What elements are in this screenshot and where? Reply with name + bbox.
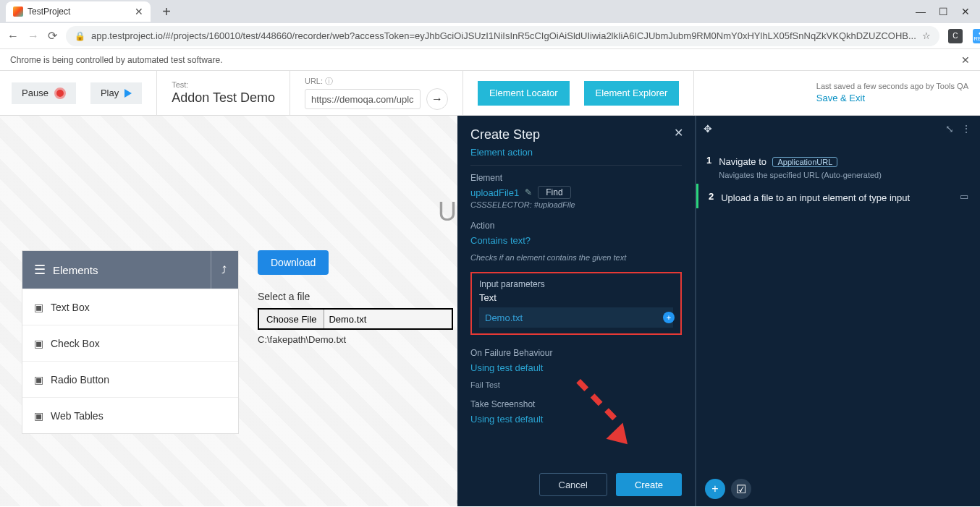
pause-button[interactable]: Pause — [12, 82, 76, 104]
download-button[interactable]: Download — [258, 250, 329, 275]
panel-title: Create Step — [470, 127, 682, 142]
favicon-icon — [13, 7, 23, 17]
text-param-input[interactable]: Demo.txt + — [479, 307, 673, 328]
checklist-button[interactable]: ☑ — [731, 479, 751, 499]
play-icon — [124, 89, 132, 98]
menu-label: Check Box — [51, 338, 100, 349]
menu-item-radio[interactable]: ▣Radio Button — [22, 361, 238, 397]
upload-icon[interactable]: ⤴ — [211, 251, 227, 289]
nav-reload-icon[interactable]: ⟳ — [48, 29, 57, 43]
selector-text: CSSSELECTOR: #uploadFile — [470, 200, 682, 209]
menu-item-webtables[interactable]: ▣Web Tables — [22, 397, 238, 433]
choose-file-button[interactable]: Choose File — [259, 310, 324, 328]
screenshot-link[interactable]: Using test default — [470, 414, 682, 425]
item-icon: ▣ — [34, 410, 43, 422]
nav-forward-icon: → — [28, 30, 39, 43]
file-input[interactable]: Choose File Demo.txt — [258, 308, 453, 330]
extension-c-icon[interactable]: C — [948, 29, 963, 43]
find-button[interactable]: Find — [538, 186, 570, 199]
info-bar-close-icon[interactable]: ✕ — [961, 54, 970, 66]
cancel-button[interactable]: Cancel — [539, 473, 607, 496]
step-subtitle: Navigates the specified URL (Auto-genera… — [719, 171, 882, 179]
edit-icon[interactable]: ✎ — [525, 187, 532, 197]
step-1[interactable]: 1 Navigate to ApplicationURL Navigates t… — [696, 148, 980, 184]
calendar-icon[interactable]: ▭ — [960, 191, 968, 202]
test-name-field: Test: Addon Test Demo — [172, 80, 275, 106]
url-field[interactable]: 🔒 app.testproject.io/#/projects/160010/t… — [66, 26, 939, 46]
menu-label: Text Box — [51, 302, 90, 313]
steps-panel: ✥ ⤡ ⋮ 1 Navigate to ApplicationURL Navig… — [695, 116, 980, 506]
tab-title: TestProject — [28, 7, 70, 17]
pause-label: Pause — [22, 88, 48, 98]
move-icon[interactable]: ✥ — [704, 123, 712, 135]
browser-tab-strip: TestProject ✕ + — ☐ ✕ — [0, 0, 980, 23]
input-params-label: Input parameters — [479, 279, 673, 289]
element-explorer-button[interactable]: Element Explorer — [584, 81, 680, 106]
element-name-link[interactable]: uploadFile1 — [470, 187, 519, 198]
close-tab-icon[interactable]: ✕ — [135, 6, 143, 17]
automation-info-bar: Chrome is being controlled by automated … — [0, 49, 980, 71]
window-maximize-icon[interactable]: ☐ — [939, 6, 948, 17]
menu-item-textbox[interactable]: ▣Text Box — [22, 289, 238, 325]
failure-label: On Failure Behaviour — [470, 348, 682, 358]
panel-close-icon[interactable]: ✕ — [674, 126, 683, 140]
save-exit-link[interactable]: Save & Exit — [816, 92, 968, 105]
create-step-panel: ✕ Create Step Element action Element upl… — [457, 116, 695, 506]
url-text: app.testproject.io/#/projects/160010/tes… — [91, 30, 916, 41]
extension-rec-icon[interactable]: ●REC — [973, 29, 980, 43]
add-param-icon[interactable]: + — [663, 312, 675, 323]
menu-label: Web Tables — [51, 410, 104, 422]
nav-back-icon[interactable]: ← — [7, 30, 19, 43]
info-bar-text: Chrome is being controlled by automated … — [10, 55, 222, 65]
step-badge: ApplicationURL — [772, 157, 837, 167]
save-status: Last saved a few seconds ago by Tools QA… — [816, 81, 968, 106]
file-path-text: C:\fakepath\Demo.txt — [258, 334, 460, 345]
chosen-file-name: Demo.txt — [324, 314, 366, 325]
create-button[interactable]: Create — [616, 473, 682, 496]
window-minimize-icon[interactable]: — — [916, 6, 926, 17]
step-title: Upload a file to an input element of typ… — [721, 192, 910, 203]
screenshot-label: Take Screenshot — [470, 399, 682, 409]
url-field-group: URL: ⓘ → — [305, 76, 448, 110]
item-icon: ▣ — [34, 338, 43, 349]
input-parameters-box: Input parameters Text Demo.txt + — [470, 272, 682, 335]
test-name: Addon Test Demo — [172, 90, 275, 106]
element-locator-button[interactable]: Element Locator — [478, 81, 570, 106]
bookmark-star-icon[interactable]: ☆ — [922, 30, 931, 41]
go-button[interactable]: → — [426, 88, 448, 110]
element-action-link[interactable]: Element action — [470, 147, 682, 158]
failure-sub: Fail Test — [470, 380, 682, 389]
window-close-icon[interactable]: ✕ — [961, 6, 970, 17]
sidebar-card: ☰ Elements ⤴ ▣Text Box ▣Check Box ▣Radio… — [22, 250, 239, 434]
action-link[interactable]: Contains text? — [470, 235, 682, 246]
item-icon: ▣ — [34, 302, 43, 313]
window-controls: — ☐ ✕ — [916, 6, 980, 17]
menu-item-checkbox[interactable]: ▣Check Box — [22, 325, 238, 361]
annotation-arrow-head — [606, 423, 635, 453]
browser-tab[interactable]: TestProject ✕ — [6, 1, 151, 22]
text-param-value: Demo.txt — [485, 312, 523, 323]
upload-area: Download Select a file Choose File Demo.… — [258, 250, 460, 345]
failure-link[interactable]: Using test default — [470, 362, 682, 373]
select-file-label: Select a file — [258, 291, 460, 302]
url-label: URL: ⓘ — [305, 76, 448, 87]
element-section-label: Element — [470, 173, 682, 183]
add-step-button[interactable]: + — [705, 479, 725, 499]
action-description: Checks if an element contains the given … — [470, 253, 682, 262]
page-content: TOO Upload a ☰ Elements ⤴ ▣Text Box ▣Che… — [0, 116, 980, 506]
collapse-icon[interactable]: ⤡ — [945, 123, 954, 135]
menu-label: Radio Button — [51, 374, 109, 385]
browser-address-bar: ← → ⟳ 🔒 app.testproject.io/#/projects/16… — [0, 23, 980, 49]
elements-header[interactable]: ☰ Elements ⤴ — [22, 251, 238, 289]
play-label: Play — [101, 88, 119, 98]
hamburger-icon: ☰ — [34, 262, 46, 278]
elements-title: Elements — [53, 264, 98, 276]
record-dot-icon — [54, 88, 66, 99]
action-section-label: Action — [470, 221, 682, 231]
play-button[interactable]: Play — [90, 82, 142, 104]
panel-menu-icon[interactable]: ⋮ — [961, 123, 971, 135]
step-2[interactable]: 2 Upload a file to an input element of t… — [696, 184, 980, 208]
target-url-input[interactable] — [305, 89, 421, 109]
new-tab-button[interactable]: + — [158, 4, 175, 20]
recorder-toolbar: Pause Play Test: Addon Test Demo URL: ⓘ … — [0, 71, 980, 116]
